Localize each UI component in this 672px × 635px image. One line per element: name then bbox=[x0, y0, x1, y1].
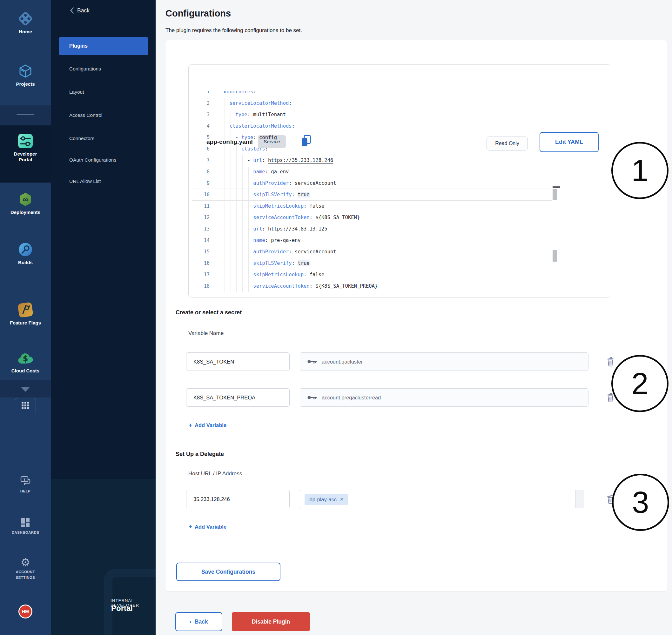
nav-item-access-control[interactable]: Access Control bbox=[69, 112, 102, 120]
sidebar-item-cloud-costs[interactable]: $ Cloud Costs bbox=[0, 351, 51, 374]
scrollbar-thumb[interactable] bbox=[552, 250, 557, 262]
app-root: Home Projects Developer Por bbox=[0, 0, 672, 635]
nav-item-oauth-configurations[interactable]: OAuth Configurations bbox=[69, 157, 116, 165]
annotation-number: 2 bbox=[631, 366, 648, 401]
indent-guide bbox=[242, 155, 243, 292]
code-line: 12 serviceAccountToken: ${K8S_SA_TOKEN} bbox=[189, 212, 610, 223]
sidebar-item-label: Builds bbox=[0, 260, 51, 265]
nav-footer-decoration bbox=[51, 479, 156, 635]
delegate-heading: Set Up a Delegate bbox=[176, 451, 224, 458]
sidebar-item-developer-portal[interactable]: Developer Portal bbox=[0, 133, 51, 162]
collapse-chevron-down-icon[interactable] bbox=[21, 387, 29, 392]
add-delegate-button[interactable]: + Add Variable bbox=[189, 523, 226, 530]
key-icon bbox=[307, 395, 317, 400]
nav-item-configurations[interactable]: Configurations bbox=[69, 66, 101, 74]
back-button[interactable]: ‹Back bbox=[175, 612, 222, 631]
cloud-costs-icon: $ bbox=[17, 351, 34, 366]
code-line: 16 skipTLSVerify: true bbox=[189, 258, 610, 269]
nav-item-plugins[interactable]: Plugins bbox=[59, 37, 148, 55]
secret-select-field[interactable]: account.qacluster bbox=[300, 352, 588, 371]
code-line: 6 clusters: bbox=[189, 143, 610, 155]
back-nav[interactable]: Back bbox=[70, 7, 90, 14]
line-number: 5 bbox=[189, 132, 210, 143]
rail-bottom-section bbox=[0, 397, 51, 635]
sidebar-item-projects[interactable]: Projects bbox=[0, 63, 51, 87]
code-line: 7 - url: https://35.233.128.246 bbox=[189, 155, 610, 166]
chevron-left-icon bbox=[70, 7, 74, 14]
annotation-circle-1: 1 bbox=[611, 142, 669, 199]
developer-portal-icon bbox=[17, 133, 34, 149]
line-number: 2 bbox=[189, 97, 210, 109]
sidebar-item-feature-flags[interactable]: Feature Flags bbox=[0, 302, 51, 326]
sidebar-item-dashboards[interactable]: DASHBOARDS bbox=[0, 518, 51, 535]
module-rail: Home Projects Developer Por bbox=[0, 0, 51, 635]
back-button-label: Back bbox=[195, 618, 208, 625]
indent-guide bbox=[231, 110, 231, 292]
add-variable-button[interactable]: + Add Variable bbox=[189, 422, 226, 429]
code-line: 13 - url: https://34.83.13.125 bbox=[189, 223, 610, 235]
disable-plugin-button[interactable]: Disable Plugin bbox=[232, 612, 310, 631]
nav-item-connectors[interactable]: Connectors bbox=[69, 136, 94, 143]
code-line: 17 skipMetricsLookup: false bbox=[189, 269, 610, 280]
scrollbar-thumb[interactable] bbox=[552, 189, 557, 200]
builds-icon bbox=[17, 241, 34, 258]
save-configurations-button[interactable]: Save Configurations bbox=[176, 563, 280, 581]
line-number: 14 bbox=[189, 235, 210, 246]
delegate-tags-field[interactable]: idp-play-acc ✕ bbox=[300, 490, 584, 508]
code-line: 14 name: pre-qa-env bbox=[189, 235, 610, 246]
module-grid-button[interactable] bbox=[15, 398, 36, 413]
delete-variable-button[interactable] bbox=[605, 356, 616, 368]
line-number: 7 bbox=[189, 155, 210, 166]
nav-item-url-allow-list[interactable]: URL Allow List bbox=[69, 178, 101, 186]
sidebar-item-help[interactable]: ? HELP bbox=[0, 476, 51, 494]
nav-item-layout[interactable]: Layout bbox=[69, 89, 84, 97]
avatar[interactable]: HM bbox=[18, 605, 32, 618]
add-variable-label: Add Variable bbox=[195, 422, 226, 428]
code-line: 18 serviceAccountToken: ${K8S_SA_TOKEN_P… bbox=[189, 280, 610, 292]
projects-icon bbox=[17, 63, 34, 79]
line-number: 17 bbox=[189, 269, 210, 280]
sidebar-item-label: ACCOUNT SETTINGS bbox=[9, 569, 41, 581]
variable-name-label: Variable Name bbox=[188, 330, 223, 336]
line-number: 9 bbox=[189, 177, 210, 189]
host-url-input[interactable] bbox=[186, 490, 290, 508]
sidebar-item-home[interactable]: Home bbox=[0, 10, 51, 35]
portal-title: Portal bbox=[111, 604, 133, 613]
delegate-tag-label: idp-play-acc bbox=[308, 497, 337, 503]
code-line: 15 authProvider: serviceAccount bbox=[189, 246, 610, 258]
variable-name-input[interactable] bbox=[186, 352, 290, 371]
code-line: 9 authProvider: serviceAccount bbox=[189, 177, 610, 189]
chevron-left-icon: ‹ bbox=[190, 618, 192, 625]
rail-divider-line bbox=[17, 114, 34, 115]
gear-icon: ⚙ bbox=[0, 557, 51, 568]
delegate-tag-chip[interactable]: idp-play-acc ✕ bbox=[305, 494, 348, 505]
yaml-card: app-config.yaml Service Read Only Edit Y… bbox=[188, 64, 611, 298]
secrets-heading: Create or select a secret bbox=[176, 309, 242, 316]
code-line: 3 type: multiTenant bbox=[189, 109, 610, 121]
annotation-circle-2: 2 bbox=[611, 355, 669, 412]
sidebar-item-label: Feature Flags bbox=[0, 320, 51, 326]
variable-name-input[interactable] bbox=[186, 388, 290, 407]
page-title: Configurations bbox=[166, 8, 231, 19]
code-line: 1kubernetes: bbox=[189, 91, 610, 97]
active-line-border bbox=[192, 200, 552, 201]
sidebar-item-builds[interactable]: Builds bbox=[0, 241, 51, 265]
secret-select-field[interactable]: account.preqaclusterread bbox=[300, 388, 588, 407]
nav-divider bbox=[59, 32, 149, 32]
sidebar-item-account-settings[interactable]: ⚙ ACCOUNT SETTINGS bbox=[0, 557, 51, 581]
sidebar-item-label: Developer Portal bbox=[8, 151, 43, 162]
feature-flags-icon bbox=[17, 302, 34, 318]
dashboards-icon bbox=[20, 518, 30, 528]
annotation-circle-3: 3 bbox=[612, 474, 669, 531]
line-number: 13 bbox=[189, 223, 210, 235]
sidebar-item-deployments[interactable]: ∞ Deployments bbox=[0, 191, 51, 215]
remove-tag-icon[interactable]: ✕ bbox=[340, 497, 344, 502]
key-icon bbox=[307, 359, 317, 365]
help-icon: ? bbox=[20, 476, 31, 486]
editor-scroll-divider bbox=[552, 91, 552, 297]
yaml-editor[interactable]: 1kubernetes:2 serviceLocatorMethod:3 typ… bbox=[189, 91, 610, 297]
sidebar-item-label: Deployments bbox=[0, 210, 51, 215]
plus-icon: + bbox=[189, 523, 192, 530]
yaml-code: 1kubernetes:2 serviceLocatorMethod:3 typ… bbox=[189, 91, 610, 292]
code-line: 5 - type: config bbox=[189, 132, 610, 143]
